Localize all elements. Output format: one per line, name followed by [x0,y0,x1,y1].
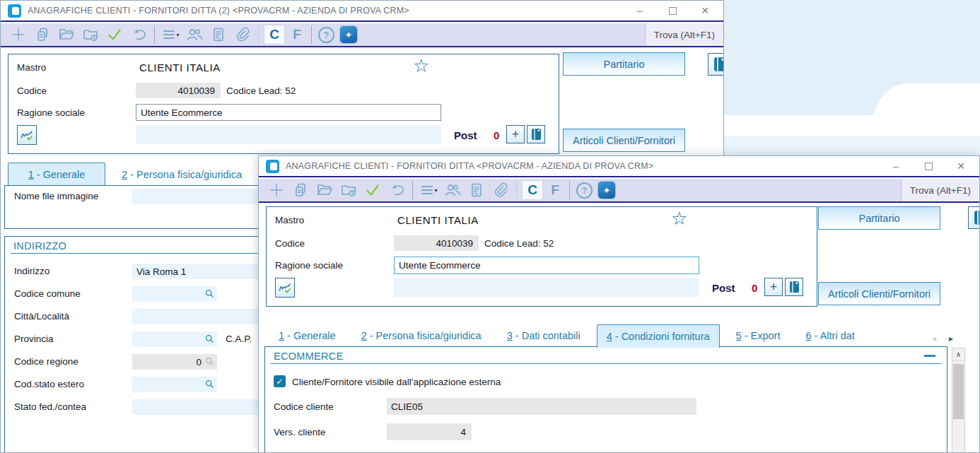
citta-localita-label: Città/Località [14,311,69,322]
help-icon[interactable]: ? [318,27,334,43]
minimize-icon[interactable]: – [634,5,646,16]
tab-generale[interactable]: 1 - Generale [269,324,345,347]
scrollbar-thumb[interactable] [953,364,964,419]
maximize-icon[interactable] [667,5,678,16]
post-notebook-button[interactable] [785,278,803,296]
help-icon[interactable]: ? [576,182,593,199]
letter-f-button[interactable]: F [546,180,564,200]
menu-icon[interactable]: ▾ [418,180,439,200]
ecommerce-group: ECOMMERCE ✓ Cliente/Fornitore visibile d… [264,346,947,453]
lookup-icon[interactable] [205,380,214,389]
post-notebook-button[interactable] [527,125,545,143]
ai-assistant-icon[interactable]: ✦ [339,25,358,44]
letter-c-button[interactable]: C [264,25,285,45]
articoli-clienti-fornitori-button[interactable]: Articoli Clienti/Fornitori [818,282,940,305]
new-record-icon[interactable] [8,25,29,45]
minimize-icon[interactable]: – [890,160,902,172]
find-shortcut-label[interactable]: Trova (Alt+F1) [901,179,979,201]
menu-caret-icon: ▾ [434,187,437,194]
add-post-button[interactable]: + [506,125,525,143]
partitario-button[interactable]: Partitario [818,206,940,230]
recent-documents-icon[interactable] [80,25,101,45]
tab-export[interactable]: 5 - Export [727,324,790,347]
tab-scroll-right-icon[interactable]: ▸ [949,334,953,343]
codice-cliente-field: CLIE05 [387,398,696,415]
extra-description-field[interactable] [136,126,441,144]
side-notebook-button[interactable] [708,53,724,76]
tab-generale[interactable]: 1 - Generale [8,163,105,186]
ragione-sociale-input[interactable]: Utente Ecommerce [136,104,441,121]
titlebar[interactable]: ANAGRAFICHE CLIENTI - FORNITORI DITTA <P… [259,156,979,177]
close-icon[interactable]: ✕ [699,5,711,16]
lookup-icon[interactable] [205,289,214,298]
lookup-icon[interactable] [205,334,214,343]
side-notebook-button[interactable] [968,206,980,229]
contacts-icon[interactable] [184,25,205,45]
tab-condizioni-fornitura[interactable]: 4 - Condizioni fornitura [597,324,720,348]
contacts-icon[interactable] [442,180,463,200]
tab-scroll-left-icon[interactable]: ◂ [932,334,936,343]
toolbar: ▾ C F ? ✦ Trova (Alt+F1) [1,23,723,47]
attachment-icon[interactable] [232,25,253,45]
confirm-check-icon[interactable] [362,180,383,200]
collapse-section-icon[interactable] [924,355,935,357]
articoli-clienti-fornitori-button[interactable]: Articoli Clienti/Fornitori [563,129,685,152]
plus-icon: + [770,281,778,293]
provincia-field[interactable] [132,331,217,347]
tab-altri-dati[interactable]: 6 - Altri dat [796,324,854,347]
menu-icon[interactable]: ▾ [160,25,181,45]
notes-icon[interactable] [208,25,229,45]
new-record-icon[interactable] [266,180,287,200]
undo-icon[interactable] [386,180,407,200]
favorite-star-icon[interactable]: ☆ [671,209,687,228]
attachment-icon[interactable] [490,180,511,200]
favorite-star-icon[interactable]: ☆ [413,57,429,75]
scroll-up-icon[interactable]: ∧ [952,348,964,361]
window-title: ANAGRAFICHE CLIENTI - FORNITORI DITTA (2… [28,6,409,16]
close-icon[interactable]: ✕ [955,160,967,172]
customer-header-panel: Mastro CLIENTI ITALIA ☆ Codice 4010039 C… [266,206,817,307]
maximize-icon[interactable] [923,160,934,172]
open-folder-icon[interactable] [56,25,77,45]
ai-assistant-icon[interactable]: ✦ [597,181,616,199]
titlebar[interactable]: ANAGRAFICHE CLIENTI - FORNITORI DITTA (2… [1,1,723,22]
tab-persona-fisica-giuridica[interactable]: 2 - Persona fisica/giuridica [112,163,251,186]
letter-f-button[interactable]: F [288,25,306,45]
window-title: ANAGRAFICHE CLIENTI - FORNITORI DITTA <P… [286,161,653,171]
vertical-scrollbar[interactable]: ∧ [952,348,965,453]
indirizzo-label: Indirizzo [14,266,49,276]
add-post-button[interactable]: + [764,278,783,296]
confirm-check-icon[interactable] [104,25,125,45]
app-icon [8,4,21,18]
partitario-button[interactable]: Partitario [563,52,685,76]
notebook-icon [531,128,542,141]
visibile-esterna-checkbox[interactable]: ✓ [274,375,286,387]
open-folder-icon[interactable] [314,180,335,200]
recent-documents-icon[interactable] [338,180,359,200]
codice-field: 4010039 [136,83,221,98]
tab-dati-contabili[interactable]: 3 - Dati contabili [498,324,590,347]
codice-regione-field: 0 [132,354,217,370]
signature-check-button[interactable] [275,278,295,298]
plus-icon: + [512,128,520,141]
signature-check-button[interactable] [17,125,37,145]
cod-stato-estero-field[interactable] [132,377,217,392]
mastro-value: CLIENTI ITALIA [139,61,221,73]
notes-icon[interactable] [466,180,487,200]
ragione-sociale-input[interactable]: Utente Ecommerce [394,257,699,274]
letter-c-button[interactable]: C [522,180,543,200]
tab-persona-fisica-giuridica[interactable]: 2 - Persona fisica/giuridica [352,324,491,347]
window-anagrafiche: ANAGRAFICHE CLIENTI - FORNITORI DITTA <P… [258,155,980,453]
post-label: Post [454,129,477,141]
find-shortcut-label[interactable]: Trova (Alt+F1) [645,23,723,46]
ragione-sociale-label: Ragione sociale [17,107,85,118]
desktop-decor-curve [874,83,980,119]
duplicate-icon[interactable] [290,180,311,200]
notebook-icon [789,281,800,293]
mastro-label: Mastro [275,215,304,225]
extra-description-field[interactable] [394,278,699,297]
undo-icon[interactable] [128,25,149,45]
codice-lead-label: Codice Lead: 52 [484,238,554,249]
duplicate-icon[interactable] [32,25,53,45]
codice-comune-field[interactable] [132,286,217,302]
